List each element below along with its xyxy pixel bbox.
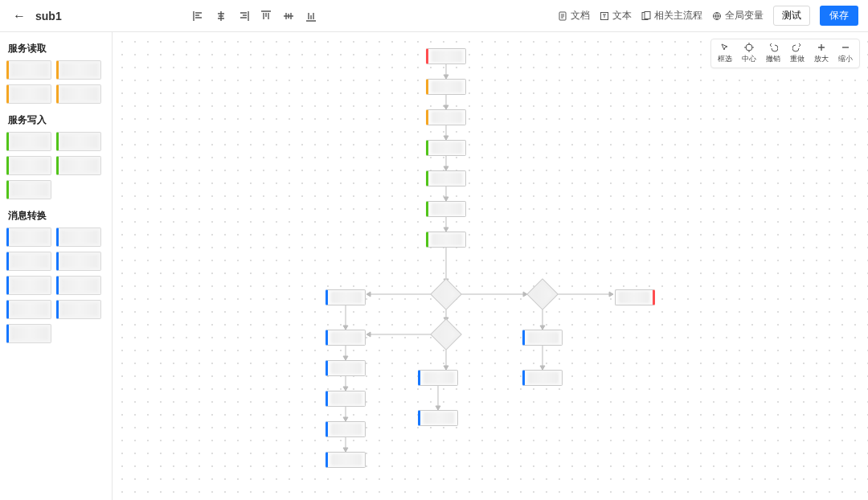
palette-item[interactable] <box>56 252 101 271</box>
flow-node[interactable] <box>326 391 366 407</box>
tool-select[interactable]: 框选 <box>713 43 737 64</box>
top-bar: ← sub1 文档 文本 相关主流程 全局变量 测试 保存 <box>0 0 868 32</box>
palette-item[interactable] <box>6 180 51 199</box>
sidebar-group-grid <box>6 227 105 343</box>
palette-item[interactable] <box>56 227 101 247</box>
palette-item[interactable] <box>6 227 51 247</box>
tool-center-label: 中心 <box>742 54 756 64</box>
flow-node[interactable] <box>615 289 655 305</box>
palette-item[interactable] <box>56 276 101 295</box>
flow-node[interactable] <box>426 109 466 125</box>
align-center-v-icon[interactable] <box>283 10 294 22</box>
top-right-actions: 文档 文本 相关主流程 全局变量 测试 保存 <box>558 6 858 26</box>
flow-node[interactable] <box>326 289 366 305</box>
flow-node[interactable] <box>522 370 563 386</box>
page-title: sub1 <box>35 10 62 23</box>
palette-item[interactable] <box>56 132 101 151</box>
flow-decision-node[interactable] <box>430 278 462 310</box>
palette-item[interactable] <box>6 276 51 295</box>
tool-select-label: 框选 <box>718 54 732 64</box>
tool-zoom-in-label: 放大 <box>814 54 829 64</box>
flow-canvas[interactable]: 框选 中心 撤销 重做 放大 缩小 <box>113 32 868 500</box>
sidebar-group-title: 服务写入 <box>8 113 105 127</box>
text-button[interactable]: 文本 <box>600 9 632 23</box>
align-center-h-icon[interactable] <box>215 10 227 22</box>
palette-item[interactable] <box>6 84 51 104</box>
flow-node[interactable] <box>522 330 563 346</box>
palette-item[interactable] <box>56 60 101 80</box>
test-button[interactable]: 测试 <box>773 6 810 26</box>
flow-node[interactable] <box>326 330 366 346</box>
flow-node[interactable] <box>426 170 466 186</box>
flow-node[interactable] <box>326 421 366 437</box>
palette-item[interactable] <box>56 300 101 319</box>
save-button[interactable]: 保存 <box>820 6 858 26</box>
palette-item[interactable] <box>6 60 51 80</box>
flow-node[interactable] <box>426 79 466 95</box>
svg-point-26 <box>746 44 752 51</box>
tool-redo[interactable]: 重做 <box>785 43 809 64</box>
sidebar-group-title: 消息转换 <box>8 209 105 223</box>
palette-item[interactable] <box>6 324 51 343</box>
tool-zoom-in[interactable]: 放大 <box>809 43 833 64</box>
alignment-toolbar <box>183 10 326 22</box>
align-right-icon[interactable] <box>238 10 249 22</box>
text-label: 文本 <box>612 9 632 23</box>
flow-decision-node[interactable] <box>526 278 559 310</box>
back-arrow-icon[interactable]: ← <box>10 7 29 25</box>
align-top-icon[interactable] <box>260 10 272 22</box>
palette-item[interactable] <box>6 156 51 175</box>
palette-item[interactable] <box>6 252 51 271</box>
flow-node[interactable] <box>426 232 466 248</box>
related-button[interactable]: 相关主流程 <box>641 9 702 23</box>
palette-item[interactable] <box>56 84 101 104</box>
svg-rect-3 <box>645 11 650 18</box>
palette-item[interactable] <box>6 300 51 319</box>
main-area: 服务读取服务写入消息转换 框选 中心 撤销 重做 放大 <box>0 32 868 500</box>
flow-node[interactable] <box>426 140 466 156</box>
flow-node[interactable] <box>418 410 458 426</box>
flow-decision-node[interactable] <box>430 318 462 350</box>
flow-node[interactable] <box>426 48 466 64</box>
tool-center[interactable]: 中心 <box>737 43 761 64</box>
globals-button[interactable]: 全局变量 <box>712 9 764 23</box>
palette-sidebar: 服务读取服务写入消息转换 <box>0 32 113 500</box>
palette-item[interactable] <box>56 156 101 175</box>
globals-label: 全局变量 <box>725 9 764 23</box>
flow-node[interactable] <box>326 360 366 376</box>
doc-label: 文档 <box>571 9 590 23</box>
related-label: 相关主流程 <box>654 9 702 23</box>
sidebar-group-title: 服务读取 <box>8 42 105 55</box>
tool-undo-label: 撤销 <box>766 54 780 64</box>
palette-item[interactable] <box>6 132 51 151</box>
sidebar-group-grid <box>6 132 105 199</box>
align-bottom-icon[interactable] <box>305 10 317 22</box>
doc-button[interactable]: 文档 <box>558 9 590 23</box>
flow-node[interactable] <box>426 201 466 217</box>
tool-zoom-out[interactable]: 缩小 <box>833 43 858 64</box>
tool-redo-label: 重做 <box>790 54 805 64</box>
tool-zoom-out-label: 缩小 <box>838 54 853 64</box>
canvas-float-toolbar: 框选 中心 撤销 重做 放大 缩小 <box>710 39 860 68</box>
tool-undo[interactable]: 撤销 <box>761 43 785 64</box>
align-left-icon[interactable] <box>193 10 204 22</box>
flow-node[interactable] <box>326 452 366 468</box>
sidebar-group-grid <box>6 60 105 104</box>
flow-node[interactable] <box>418 370 458 386</box>
